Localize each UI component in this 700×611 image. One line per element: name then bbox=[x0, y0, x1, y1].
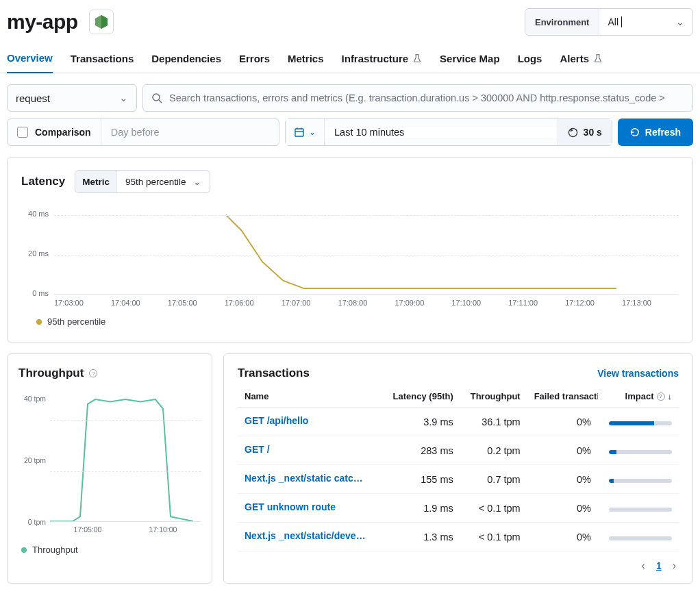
tab-bar: OverviewTransactionsDependenciesErrorsMe… bbox=[0, 36, 700, 73]
impact-bar bbox=[609, 450, 672, 454]
pagination: ‹ 1 › bbox=[238, 551, 679, 575]
impact-bar bbox=[609, 508, 672, 512]
tab-errors[interactable]: Errors bbox=[239, 52, 270, 73]
search-icon bbox=[151, 92, 162, 103]
tab-alerts[interactable]: Alerts bbox=[560, 52, 603, 73]
tab-transactions[interactable]: Transactions bbox=[71, 52, 134, 73]
throughput-cell: 0.2 tpm bbox=[460, 436, 527, 465]
latency-metric-select[interactable]: Metric 95th percentile ⌄ bbox=[75, 170, 210, 193]
latency-panel: Latency Metric 95th percentile ⌄ 40 ms20… bbox=[7, 157, 693, 342]
latency-chart: 40 ms20 ms0 ms 17:03:0017:04:0017:05:001… bbox=[21, 205, 679, 307]
framework-icon bbox=[89, 10, 114, 34]
info-icon[interactable]: ? bbox=[89, 369, 97, 377]
tab-metrics[interactable]: Metrics bbox=[288, 52, 324, 73]
comparison-checkbox[interactable] bbox=[17, 127, 28, 138]
comparison-placeholder: Day before bbox=[101, 127, 169, 138]
sort-desc-icon[interactable]: ↓ bbox=[668, 391, 673, 401]
tab-service-map[interactable]: Service Map bbox=[440, 52, 500, 73]
latency-cell: 1.9 ms bbox=[382, 494, 460, 523]
next-page-button[interactable]: › bbox=[673, 560, 676, 572]
svg-point-9 bbox=[568, 128, 577, 136]
transaction-link[interactable]: Next.js _next/static catch… bbox=[245, 473, 368, 484]
column-header[interactable]: Failed transactior bbox=[527, 386, 598, 408]
tab-dependencies[interactable]: Dependencies bbox=[151, 52, 221, 73]
svg-point-8 bbox=[568, 127, 578, 138]
environment-label: Environment bbox=[525, 9, 599, 35]
environment-value: All bbox=[608, 16, 618, 27]
search-placeholder: Search transactions, errors and metrics … bbox=[169, 92, 665, 103]
table-row: Next.js _next/static catch…155 ms0.7 tpm… bbox=[238, 465, 679, 494]
throughput-panel: Throughput ? 40 tpm20 tpm0 tpm 17:05:001… bbox=[7, 353, 212, 584]
failed-cell: 0% bbox=[527, 523, 598, 551]
transaction-link[interactable]: Next.js _next/static/devel… bbox=[245, 530, 368, 541]
column-header[interactable]: Throughput bbox=[460, 386, 527, 408]
table-row: GET /283 ms0.2 tpm0% bbox=[238, 436, 679, 465]
impact-bar bbox=[609, 421, 672, 425]
throughput-cell: < 0.1 tpm bbox=[460, 523, 527, 551]
impact-bar bbox=[609, 536, 672, 540]
comparison-toggle[interactable]: Comparison Day before bbox=[7, 119, 279, 146]
table-row: GET unknown route1.9 ms< 0.1 tpm0% bbox=[238, 494, 679, 523]
prev-page-button[interactable]: ‹ bbox=[642, 560, 645, 572]
column-header[interactable]: Impact?↓ bbox=[598, 386, 679, 408]
auto-refresh-value: 30 s bbox=[584, 127, 602, 138]
app-title: my-app bbox=[7, 10, 78, 34]
tab-infrastructure[interactable]: Infrastructure bbox=[342, 52, 423, 73]
tab-logs[interactable]: Logs bbox=[518, 52, 542, 73]
beaker-icon bbox=[593, 53, 603, 63]
refresh-button[interactable]: Refresh bbox=[618, 119, 693, 146]
table-row: GET /api/hello3.9 ms36.1 tpm0% bbox=[238, 408, 679, 436]
failed-cell: 0% bbox=[527, 494, 598, 523]
throughput-cell: 36.1 tpm bbox=[460, 408, 527, 436]
view-transactions-link[interactable]: View transactions bbox=[597, 368, 679, 379]
svg-rect-4 bbox=[295, 129, 303, 136]
beaker-icon bbox=[412, 53, 422, 63]
legend-dot bbox=[36, 319, 42, 325]
transaction-link[interactable]: GET / bbox=[245, 444, 270, 455]
search-input[interactable]: Search transactions, errors and metrics … bbox=[142, 84, 693, 112]
metric-label: Metric bbox=[75, 171, 117, 192]
page-number[interactable]: 1 bbox=[656, 560, 662, 571]
tab-overview[interactable]: Overview bbox=[7, 52, 53, 73]
svg-line-3 bbox=[159, 100, 162, 103]
latency-cell: 283 ms bbox=[382, 436, 460, 465]
throughput-cell: 0.7 tpm bbox=[460, 465, 527, 494]
info-icon[interactable]: ? bbox=[657, 392, 665, 401]
throughput-legend-label: Throughput bbox=[32, 545, 78, 555]
time-range-picker[interactable]: ⌄ Last 10 minutes 30 s bbox=[285, 119, 612, 146]
transaction-link[interactable]: GET unknown route bbox=[245, 501, 336, 512]
chevron-down-icon: ⌄ bbox=[676, 16, 684, 27]
throughput-chart: 40 tpm20 tpm0 tpm 17:05:0017:10:00 bbox=[18, 391, 201, 535]
throughput-cell: < 0.1 tpm bbox=[460, 494, 527, 523]
latency-title: Latency bbox=[21, 175, 65, 188]
failed-cell: 0% bbox=[527, 408, 598, 436]
comparison-label: Comparison bbox=[35, 127, 91, 138]
failed-cell: 0% bbox=[527, 465, 598, 494]
latency-cell: 155 ms bbox=[382, 465, 460, 494]
transactions-table: NameLatency (95th)ThroughputFailed trans… bbox=[238, 386, 679, 551]
refresh-label: Refresh bbox=[645, 127, 681, 138]
svg-point-2 bbox=[153, 94, 160, 101]
impact-bar bbox=[609, 479, 672, 483]
transaction-link[interactable]: GET /api/hello bbox=[245, 415, 308, 426]
transactions-panel: Transactions View transactions NameLaten… bbox=[223, 353, 693, 584]
refresh-icon bbox=[630, 127, 640, 137]
latency-cell: 1.3 ms bbox=[382, 523, 460, 551]
auto-refresh-interval[interactable]: 30 s bbox=[558, 119, 612, 145]
time-range-value: Last 10 minutes bbox=[325, 127, 558, 138]
latency-cell: 3.9 ms bbox=[382, 408, 460, 436]
column-header[interactable]: Latency (95th) bbox=[382, 386, 460, 408]
legend-dot bbox=[21, 547, 27, 553]
transaction-type-select[interactable]: request ⌄ bbox=[7, 84, 137, 112]
transaction-type-value: request bbox=[16, 92, 50, 104]
failed-cell: 0% bbox=[527, 436, 598, 465]
column-header[interactable]: Name bbox=[238, 386, 382, 408]
chevron-down-icon: ⌄ bbox=[193, 176, 201, 187]
latency-legend-label: 95th percentile bbox=[47, 316, 105, 327]
throughput-title: Throughput bbox=[18, 366, 84, 380]
transactions-title: Transactions bbox=[238, 366, 310, 380]
environment-selector[interactable]: Environment All ⌄ bbox=[525, 8, 693, 36]
refresh-timer-icon bbox=[568, 127, 578, 138]
chevron-down-icon: ⌄ bbox=[309, 127, 316, 137]
table-row: Next.js _next/static/devel…1.3 ms< 0.1 t… bbox=[238, 523, 679, 551]
